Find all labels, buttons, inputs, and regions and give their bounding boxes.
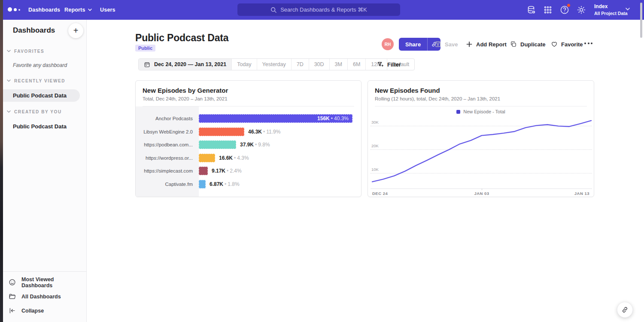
card-new-episodes-found: New Episodes Found Rolling (12 hours), t… [368, 80, 594, 197]
chevron-down-icon [7, 110, 11, 113]
preset-7d[interactable]: 7D [291, 59, 309, 70]
filter-label: Filter [387, 61, 401, 68]
nav-item-users[interactable]: Users [100, 0, 115, 20]
sidebar-section-recently-viewed[interactable]: RECENTLY VIEWED [3, 77, 86, 85]
footer-item-label: Collapse [21, 308, 44, 314]
all-dashboards-button[interactable]: All Dashboards [3, 289, 86, 304]
duplicate-label: Duplicate [520, 41, 546, 48]
avatar[interactable]: RH [382, 38, 394, 50]
x-axis-label: JAN 13 [574, 191, 589, 196]
line-series-new-episode-total[interactable] [372, 121, 591, 182]
bar-rows: Anchor Podcasts156K•40.3%Libsyn WebEngin… [136, 112, 361, 191]
duplicate-icon [510, 41, 517, 48]
chart-subtitle: Total, Dec 24th, 2020 – Jan 13th, 2021 [143, 96, 354, 101]
card-new-episodes-by-generator: New Episodes by Generator Total, Dec 24t… [135, 80, 361, 197]
add-report-button[interactable]: Add Report [466, 38, 507, 51]
save-label: Save [445, 41, 458, 48]
new-dashboard-button[interactable]: + [68, 23, 83, 38]
footer-item-label: Most Viewed Dashboards [21, 276, 86, 289]
favorite-button[interactable]: Favorite [551, 38, 583, 51]
settings-gear-icon[interactable] [576, 5, 586, 15]
scrollbar-thumb[interactable] [640, 3, 642, 38]
search-icon [270, 7, 276, 13]
date-range-value: Dec 24, 2020 — Jan 13, 2021 [154, 61, 226, 67]
bar-segment[interactable]: 156K•40.3% [199, 114, 352, 123]
preset-today[interactable]: Today [231, 59, 256, 70]
notification-badge [567, 3, 571, 7]
nav-item-dashboards[interactable]: Dashboards [28, 0, 60, 20]
chart-subtitle: Rolling (12 hours), total, Dec 24th, 202… [375, 96, 587, 101]
line-plot-area[interactable]: 10K20K30K [371, 116, 592, 188]
bar-row: Captivate.fm6.87K•1.8% [136, 178, 361, 191]
bar-value-label: 156K•40.3% [317, 115, 349, 122]
plus-icon [466, 41, 473, 48]
sidebar-section-favorites[interactable]: FAVORITES [3, 47, 86, 55]
app-logo-icon[interactable] [8, 6, 23, 14]
filter-funnel-icon [377, 61, 384, 68]
search-placeholder: Search Dashboards & Reports ⌘K [280, 6, 367, 13]
bar-value-label: 6.87K•1.8% [210, 181, 240, 187]
sidebar-item-label: Public Podcast Data [13, 123, 67, 130]
header-actions: RH Share Save Add Report Duplicate Favor… [87, 38, 644, 51]
bar-row: Libsyn WebEngine 2.046.3K•11.9% [136, 125, 361, 139]
sidebar-item-public-podcast-data[interactable]: Public Podcast Data [3, 120, 67, 133]
chevron-down-icon [88, 9, 92, 11]
preset-6m[interactable]: 6M [347, 59, 365, 70]
date-range-picker[interactable]: Dec 24, 2020 — Jan 13, 2021 [139, 59, 231, 70]
project-selector[interactable]: Index All Project Data [594, 3, 628, 16]
background-window-edge [0, 0, 3, 322]
preset-yesterday[interactable]: Yesterday [257, 59, 291, 70]
data-sources-icon[interactable] [526, 5, 537, 15]
save-button[interactable]: Save [434, 38, 458, 51]
sidebar-item-public-podcast-data[interactable]: Public Podcast Data [3, 89, 80, 102]
bar-category-label: https://podbean.com... [136, 142, 199, 147]
floating-share-link-button[interactable] [617, 302, 633, 318]
apps-grid-icon[interactable] [543, 5, 553, 15]
main-content: Public Podcast Data Public RH Share Save… [87, 20, 644, 322]
section-label: FAVORITES [14, 49, 44, 54]
duplicate-button[interactable]: Duplicate [510, 38, 546, 51]
bar-segment[interactable] [199, 128, 244, 136]
bar-segment[interactable] [199, 167, 208, 175]
bar-category-label: Anchor Podcasts [136, 116, 199, 121]
footer-item-label: All Dashboards [21, 294, 61, 300]
chart-legend: New Episode - Total [368, 109, 594, 114]
search-input[interactable]: Search Dashboards & Reports ⌘K [237, 3, 400, 16]
preset-3m[interactable]: 3M [329, 59, 347, 70]
bar-value-label: 9.17K•2.4% [212, 168, 242, 174]
most-viewed-dashboards-button[interactable]: Most Viewed Dashboards [3, 275, 86, 289]
smiley-icon [9, 279, 16, 286]
section-label: RECENTLY VIEWED [14, 79, 65, 83]
help-icon[interactable] [559, 5, 570, 15]
bar-segment[interactable] [199, 140, 236, 149]
favorites-empty-text: Favorite any dashboard [13, 62, 67, 68]
sidebar-section-created-by-you[interactable]: CREATED BY YOU [3, 108, 86, 115]
bar-row: https://podbean.com...37.9K•9.8% [136, 138, 361, 152]
bar-segment[interactable] [199, 154, 215, 162]
bar-segment[interactable] [199, 180, 206, 188]
link-icon [621, 306, 629, 313]
collapse-sidebar-button[interactable]: Collapse [3, 304, 86, 318]
filter-button[interactable]: Filter [377, 58, 401, 70]
sidebar-footer: Most Viewed Dashboards All Dashboards Co… [3, 271, 86, 322]
nav-item-reports[interactable]: Reports [64, 0, 92, 20]
save-icon [434, 41, 441, 48]
chart-title: New Episodes Found [375, 87, 587, 94]
avatar-initials: RH [385, 42, 391, 47]
x-axis-label: DEC 24 [372, 191, 388, 196]
sidebar: Dashboards + FAVORITES Favorite any dash… [3, 20, 87, 322]
bar-value-label: 16.6K•4.3% [219, 155, 249, 161]
collapse-icon [9, 307, 16, 314]
legend-swatch [456, 110, 460, 114]
chart-title: New Episodes by Generator [143, 87, 354, 94]
more-options-button[interactable] [584, 43, 592, 44]
share-label: Share [405, 41, 421, 48]
bar-category-label: Captivate.fm [136, 182, 199, 187]
date-range-bar: Dec 24, 2020 — Jan 13, 2021 TodayYesterd… [138, 58, 415, 70]
bar-row: https://simplecast.com9.17K•2.4% [136, 164, 361, 178]
nav-item-label: Dashboards [28, 7, 60, 13]
preset-30d[interactable]: 30D [309, 59, 329, 70]
share-button[interactable]: Share [399, 38, 427, 51]
folder-icon [9, 293, 16, 300]
chevron-down-icon[interactable] [626, 8, 630, 11]
